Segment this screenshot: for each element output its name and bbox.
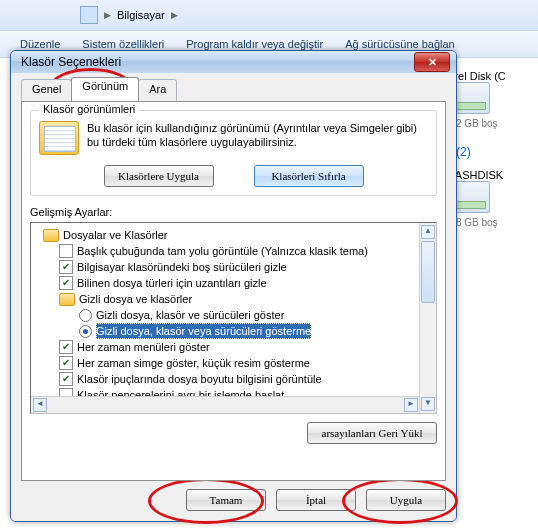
tree-root-label: Dosyalar ve Klasörler — [63, 227, 168, 243]
tree-item-label: Klasör ipuçlarında dosya boyutu bilgisin… — [77, 371, 322, 387]
checkbox-icon[interactable] — [59, 244, 73, 258]
cmd-item-organize[interactable]: Düzenle — [20, 38, 60, 50]
folder-icon — [43, 229, 59, 242]
checkbox-icon[interactable] — [59, 372, 73, 386]
address-bar: ▶ Bilgisayar ▶ — [0, 0, 538, 30]
cancel-button[interactable]: İptal — [276, 489, 356, 511]
tree-item[interactable]: Bilgisayar klasöründeki boş sürücüleri g… — [37, 259, 434, 275]
tree-item-label: Gizli dosya, klasör veya sürücüleri göst… — [96, 323, 311, 339]
horizontal-scrollbar[interactable]: ◄ ► — [31, 396, 420, 413]
folder-options-dialog: Klasör Seçenekleri ✕ Genel Görünüm Ara K… — [10, 50, 457, 522]
tab-search[interactable]: Ara — [138, 79, 177, 101]
folder-views-icon — [39, 121, 79, 155]
reset-folders-button[interactable]: Klasörleri Sıfırla — [254, 165, 364, 187]
radio-icon[interactable] — [79, 325, 92, 338]
tabstrip: Genel Görünüm Ara — [21, 79, 446, 101]
tree-item-label: Bilgisayar klasöründeki boş sürücüleri g… — [77, 259, 287, 275]
tab-panel-view: Klasör görünümleri Bu klasör için kullan… — [21, 101, 446, 481]
tree-item[interactable]: Her zaman menüleri göster — [37, 339, 434, 355]
tree-item-label: Bilinen dosya türleri için uzantıları gi… — [77, 275, 267, 291]
dialog-title: Klasör Seçenekleri — [21, 55, 121, 69]
tree-root: Dosyalar ve Klasörler — [37, 227, 434, 243]
tree-item[interactable]: Her zaman simge göster, küçük resim göst… — [37, 355, 434, 371]
tab-view[interactable]: Görünüm — [71, 77, 139, 101]
chevron-right-icon: ▶ — [104, 10, 111, 20]
restore-defaults-button[interactable]: arsayılanları Geri Yükl — [307, 422, 437, 444]
group-description: Bu klasör için kullandığınız görünümü (A… — [87, 121, 428, 155]
advanced-label: Gelişmiş Ayarlar: — [30, 206, 437, 218]
checkbox-icon[interactable] — [59, 356, 73, 370]
scroll-right-icon[interactable]: ► — [404, 398, 418, 412]
radio-icon[interactable] — [79, 309, 92, 322]
scroll-thumb[interactable] — [421, 241, 435, 303]
apply-button[interactable]: Uygula — [366, 489, 446, 511]
cmd-item-sysprops[interactable]: Sistem özellikleri — [82, 38, 164, 50]
chevron-right-icon: ▶ — [171, 10, 178, 20]
tree-item-label: Her zaman menüleri göster — [77, 339, 210, 355]
cmd-item-mapdrive[interactable]: Ağ sürücüsüne bağlan — [345, 38, 454, 50]
tree-item-label: Her zaman simge göster, küçük resim göst… — [77, 355, 310, 371]
group-title: Klasör görünümleri — [39, 103, 139, 115]
checkbox-icon[interactable] — [59, 340, 73, 354]
tree-item[interactable]: Bilinen dosya türleri için uzantıları gi… — [37, 275, 434, 291]
checkbox-icon[interactable] — [59, 260, 73, 274]
breadcrumb-location[interactable]: Bilgisayar — [117, 9, 165, 21]
dialog-footer: Tamam İptal Uygula — [21, 489, 446, 511]
vertical-scrollbar[interactable]: ▲ ▼ — [419, 223, 436, 413]
ok-button[interactable]: Tamam — [186, 489, 266, 511]
tree-item-label: Gizli dosya, klasör ve sürücüleri göster — [96, 307, 284, 323]
tree-item[interactable]: Klasör ipuçlarında dosya boyutu bilgisin… — [37, 371, 434, 387]
advanced-settings-tree[interactable]: Dosyalar ve Klasörler Başlık çubuğunda t… — [30, 222, 437, 414]
folder-icon — [59, 293, 75, 306]
tree-item-label: Gizli dosya ve klasörler — [79, 291, 192, 307]
tab-general[interactable]: Genel — [21, 79, 72, 101]
folder-views-group: Klasör görünümleri Bu klasör için kullan… — [30, 110, 437, 196]
scroll-up-icon[interactable]: ▲ — [421, 225, 435, 239]
dialog-titlebar[interactable]: Klasör Seçenekleri ✕ — [11, 51, 456, 73]
scroll-down-icon[interactable]: ▼ — [421, 397, 435, 411]
cmd-item-uninstall[interactable]: Program kaldır veya değiştir — [186, 38, 323, 50]
scroll-left-icon[interactable]: ◄ — [33, 398, 47, 412]
computer-icon — [80, 6, 98, 24]
checkbox-icon[interactable] — [59, 276, 73, 290]
tree-item-label: Başlık çubuğunda tam yolu görüntüle (Yal… — [77, 243, 368, 259]
apply-to-folders-button[interactable]: Klasörlere Uygula — [104, 165, 214, 187]
tree-subfolder[interactable]: Gizli dosya ve klasörler — [37, 291, 434, 307]
tree-radio-item[interactable]: Gizli dosya, klasör ve sürücüleri göster — [37, 307, 434, 323]
tree-item[interactable]: Başlık çubuğunda tam yolu görüntüle (Yal… — [37, 243, 434, 259]
close-button[interactable]: ✕ — [414, 52, 450, 72]
tree-radio-item[interactable]: Gizli dosya, klasör veya sürücüleri göst… — [37, 323, 434, 339]
close-icon: ✕ — [428, 56, 437, 69]
